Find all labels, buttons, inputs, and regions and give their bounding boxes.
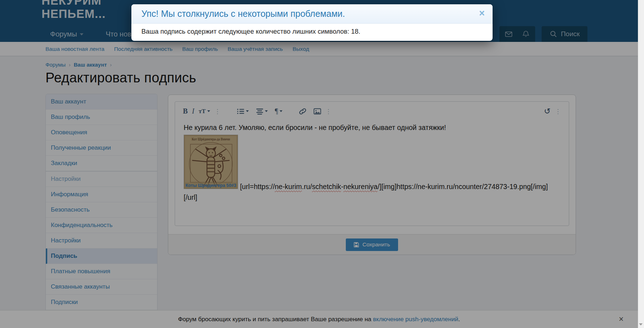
error-modal-message: Ваша подпись содержит следующее количест… — [131, 24, 493, 41]
error-modal-header: Упс! Мы столкнулись с некоторыми проблем… — [131, 4, 493, 24]
modal-backdrop[interactable] — [0, 0, 644, 328]
page: НЕКУРИМ НЕПЬЕМ... Форумы Что нового? — [0, 0, 644, 328]
close-icon[interactable]: × — [479, 9, 485, 18]
scrollbar-down-arrow-icon[interactable] — [639, 323, 643, 325]
browser-scrollbar[interactable] — [638, 0, 644, 328]
error-modal-title: Упс! Мы столкнулись с некоторыми проблем… — [141, 9, 345, 19]
error-modal: Упс! Мы столкнулись с некоторыми проблем… — [131, 4, 493, 41]
